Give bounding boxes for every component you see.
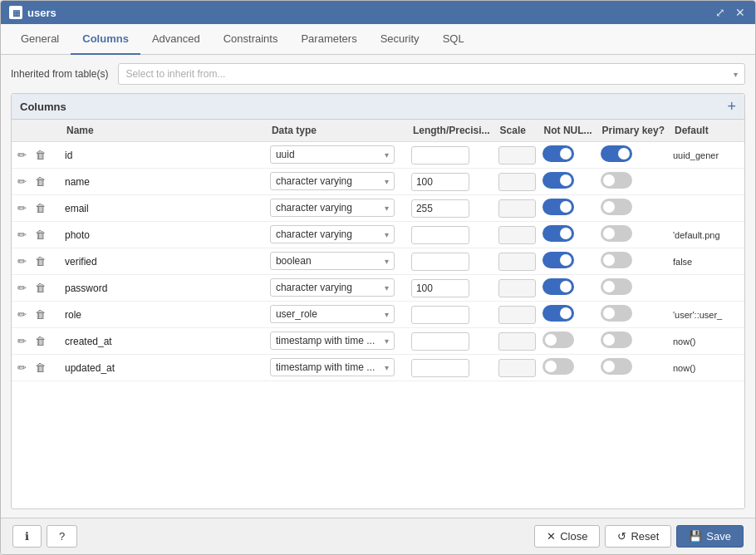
- row-primarykey-cell: [597, 275, 670, 302]
- primary-key-toggle[interactable]: [601, 358, 632, 375]
- tab-sql[interactable]: SQL: [431, 24, 476, 55]
- edit-row-button[interactable]: ✏: [15, 307, 29, 322]
- datatype-select[interactable]: character varying ▾: [270, 172, 395, 190]
- scale-input[interactable]: [498, 359, 536, 377]
- primary-key-toggle[interactable]: [601, 252, 632, 268]
- datatype-select[interactable]: user_role ▾: [270, 305, 395, 323]
- row-actions: ✏ 🗑: [15, 280, 58, 296]
- delete-row-button[interactable]: 🗑: [32, 360, 48, 376]
- edit-row-button[interactable]: ✏: [15, 147, 29, 163]
- delete-row-button[interactable]: 🗑: [32, 227, 48, 243]
- edit-row-button[interactable]: ✏: [15, 227, 29, 243]
- row-scale-cell: [495, 328, 539, 355]
- length-input[interactable]: [411, 146, 469, 165]
- columns-section: Columns + Name Data type Length/Precisi.…: [11, 93, 745, 509]
- scale-input[interactable]: [498, 253, 536, 271]
- delete-row-button[interactable]: 🗑: [32, 147, 48, 163]
- not-null-toggle[interactable]: [542, 199, 574, 215]
- info-button[interactable]: ℹ: [12, 525, 42, 548]
- edit-row-button[interactable]: ✏: [15, 333, 29, 349]
- delete-row-button[interactable]: 🗑: [32, 200, 48, 216]
- tab-advanced[interactable]: Advanced: [140, 24, 212, 55]
- maximize-button[interactable]: ⤢: [714, 6, 727, 19]
- not-null-toggle[interactable]: [542, 332, 574, 348]
- close-title-button[interactable]: ✕: [734, 6, 747, 19]
- scale-input[interactable]: [498, 332, 536, 351]
- save-button[interactable]: 💾 Save: [676, 525, 744, 548]
- not-null-toggle[interactable]: [542, 252, 574, 268]
- not-null-toggle[interactable]: [542, 225, 574, 242]
- delete-row-button[interactable]: 🗑: [32, 174, 48, 189]
- edit-row-button[interactable]: ✏: [15, 200, 29, 216]
- row-primarykey-cell: [597, 222, 670, 248]
- length-input[interactable]: [411, 253, 469, 271]
- length-input[interactable]: [411, 199, 469, 218]
- not-null-slider: [542, 332, 574, 348]
- reset-button[interactable]: ↺ Reset: [605, 525, 671, 548]
- row-scale-cell: [495, 302, 539, 328]
- row-primarykey-cell: [597, 355, 670, 381]
- not-null-toggle[interactable]: [542, 358, 574, 375]
- table-row: ✏ 🗑 role user_role ▾ 'user'::user_: [12, 302, 744, 328]
- close-x-icon: ✕: [547, 530, 556, 543]
- length-input[interactable]: [411, 306, 469, 324]
- tab-parameters[interactable]: Parameters: [289, 24, 368, 55]
- primary-key-slider: [601, 332, 632, 348]
- delete-row-button[interactable]: 🗑: [32, 280, 48, 296]
- help-icon: ?: [59, 530, 65, 543]
- row-actions: ✏ 🗑: [15, 147, 58, 163]
- row-notnull-cell: [539, 142, 597, 169]
- primary-key-toggle[interactable]: [601, 172, 632, 189]
- datatype-select[interactable]: timestamp with time ... ▾: [270, 358, 395, 376]
- row-default-cell: [670, 169, 744, 195]
- tab-security[interactable]: Security: [369, 24, 431, 55]
- scale-input[interactable]: [498, 146, 536, 165]
- close-button[interactable]: ✕ Close: [534, 525, 600, 548]
- length-input[interactable]: [411, 226, 469, 244]
- datatype-select[interactable]: uuid ▾: [270, 145, 395, 164]
- scale-input[interactable]: [498, 199, 536, 218]
- datatype-select[interactable]: boolean ▾: [270, 252, 395, 270]
- edit-row-button[interactable]: ✏: [15, 360, 29, 376]
- row-notnull-cell: [539, 222, 597, 248]
- not-null-toggle[interactable]: [542, 145, 574, 162]
- length-input[interactable]: [411, 332, 469, 351]
- datatype-chevron-icon: ▾: [385, 230, 389, 239]
- delete-row-button[interactable]: 🗑: [32, 333, 48, 349]
- inherit-chevron-icon: ▾: [734, 70, 738, 79]
- tab-general[interactable]: General: [9, 24, 71, 55]
- delete-row-button[interactable]: 🗑: [32, 253, 48, 269]
- scale-input[interactable]: [498, 173, 536, 191]
- tab-constraints[interactable]: Constraints: [212, 24, 290, 55]
- not-null-toggle[interactable]: [542, 172, 574, 189]
- tab-columns[interactable]: Columns: [71, 24, 140, 55]
- add-column-button[interactable]: +: [727, 99, 736, 114]
- primary-key-slider: [601, 172, 632, 189]
- help-button[interactable]: ?: [47, 525, 77, 548]
- edit-row-button[interactable]: ✏: [15, 280, 29, 296]
- not-null-toggle[interactable]: [542, 305, 574, 322]
- length-input[interactable]: [411, 173, 469, 191]
- row-actions: ✏ 🗑: [15, 333, 58, 349]
- primary-key-toggle[interactable]: [601, 332, 632, 348]
- primary-key-toggle[interactable]: [601, 305, 632, 322]
- primary-key-toggle[interactable]: [601, 278, 632, 295]
- row-actions: ✏ 🗑: [15, 174, 58, 189]
- not-null-toggle[interactable]: [542, 278, 574, 295]
- primary-key-toggle[interactable]: [601, 225, 632, 242]
- datatype-select[interactable]: character varying ▾: [270, 225, 395, 243]
- inherit-select[interactable]: Select to inherit from... ▾: [118, 63, 745, 85]
- length-input[interactable]: [411, 279, 469, 297]
- primary-key-toggle[interactable]: [601, 145, 632, 162]
- primary-key-toggle[interactable]: [601, 199, 632, 215]
- scale-input[interactable]: [498, 279, 536, 297]
- datatype-select[interactable]: timestamp with time ... ▾: [270, 332, 395, 350]
- datatype-select[interactable]: character varying ▾: [270, 199, 395, 217]
- length-input[interactable]: [411, 359, 469, 377]
- scale-input[interactable]: [498, 306, 536, 324]
- datatype-select[interactable]: character varying ▾: [270, 278, 395, 297]
- edit-row-button[interactable]: ✏: [15, 253, 29, 269]
- edit-row-button[interactable]: ✏: [15, 174, 29, 189]
- scale-input[interactable]: [498, 226, 536, 244]
- delete-row-button[interactable]: 🗑: [32, 307, 48, 322]
